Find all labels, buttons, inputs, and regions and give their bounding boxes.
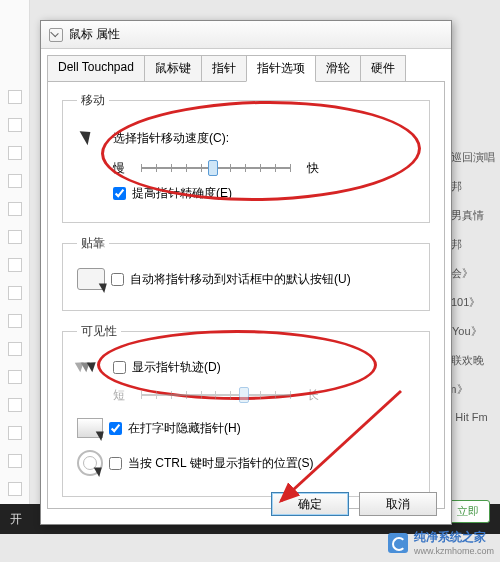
tab-buttons[interactable]: 鼠标键 bbox=[144, 55, 202, 81]
watermark: 纯净系统之家 www.kzmhome.com bbox=[388, 529, 494, 556]
tab-dell-touchpad[interactable]: Dell Touchpad bbox=[47, 55, 145, 81]
tab-strip: Dell Touchpad 鼠标键 指针 指针选项 滑轮 硬件 bbox=[41, 49, 451, 81]
fast-label: 快 bbox=[307, 160, 319, 177]
watermark-text: 纯净系统之家 bbox=[414, 529, 494, 546]
trail-label: 显示指针轨迹(D) bbox=[132, 359, 221, 376]
snap-label: 自动将指针移动到对话框中的默认按钮(U) bbox=[130, 271, 351, 288]
mouse-icon bbox=[49, 28, 63, 42]
cancel-button[interactable]: 取消 bbox=[359, 492, 437, 516]
long-label: 长 bbox=[307, 387, 319, 404]
speed-label: 选择指针移动速度(C): bbox=[113, 130, 229, 147]
snap-group: 贴靠 自动将指针移动到对话框中的默认按钮(U) bbox=[62, 235, 430, 311]
trail-icon bbox=[77, 356, 107, 378]
speed-slider[interactable] bbox=[141, 157, 291, 179]
tab-pointer-options[interactable]: 指针选项 bbox=[246, 55, 316, 82]
ok-button[interactable]: 确定 bbox=[271, 492, 349, 516]
motion-legend: 移动 bbox=[77, 92, 109, 109]
snap-legend: 贴靠 bbox=[77, 235, 109, 252]
watermark-icon bbox=[388, 533, 408, 553]
ctrl-locate-checkbox[interactable] bbox=[109, 457, 122, 470]
mouse-properties-dialog: 鼠标 属性 Dell Touchpad 鼠标键 指针 指针选项 滑轮 硬件 移动… bbox=[40, 20, 452, 525]
precision-label: 提高指针精确度(E) bbox=[132, 185, 232, 202]
titlebar: 鼠标 属性 bbox=[41, 21, 451, 49]
hide-typing-label: 在打字时隐藏指针(H) bbox=[128, 420, 241, 437]
tab-panel: 移动 选择指针移动速度(C): 慢 快 提高指针精确度(E) 贴靠 bbox=[47, 81, 445, 509]
pointer-icon bbox=[77, 125, 103, 151]
background-left-panel bbox=[0, 0, 30, 520]
motion-group: 移动 选择指针移动速度(C): 慢 快 提高指针精确度(E) bbox=[62, 92, 430, 223]
tab-wheel[interactable]: 滑轮 bbox=[315, 55, 361, 81]
snap-checkbox[interactable] bbox=[111, 273, 124, 286]
trail-slider bbox=[141, 384, 291, 406]
dialog-buttons: 确定 取消 bbox=[271, 492, 437, 516]
ctrl-locate-label: 当按 CTRL 键时显示指针的位置(S) bbox=[128, 455, 314, 472]
trail-checkbox[interactable] bbox=[113, 361, 126, 374]
ctrl-locate-icon bbox=[77, 450, 103, 476]
hide-typing-checkbox[interactable] bbox=[109, 422, 122, 435]
slow-label: 慢 bbox=[113, 160, 125, 177]
tab-hardware[interactable]: 硬件 bbox=[360, 55, 406, 81]
visibility-legend: 可见性 bbox=[77, 323, 121, 340]
action-pill[interactable]: 立即 bbox=[446, 500, 490, 523]
dialog-title: 鼠标 属性 bbox=[69, 26, 120, 43]
hide-typing-icon bbox=[77, 418, 103, 438]
watermark-url: www.kzmhome.com bbox=[414, 546, 494, 556]
visibility-group: 可见性 显示指针轨迹(D) 短 长 在打字时隐藏指针(H) bbox=[62, 323, 430, 497]
precision-checkbox[interactable] bbox=[113, 187, 126, 200]
short-label: 短 bbox=[113, 387, 125, 404]
tab-pointers[interactable]: 指针 bbox=[201, 55, 247, 81]
snap-icon bbox=[77, 268, 105, 290]
